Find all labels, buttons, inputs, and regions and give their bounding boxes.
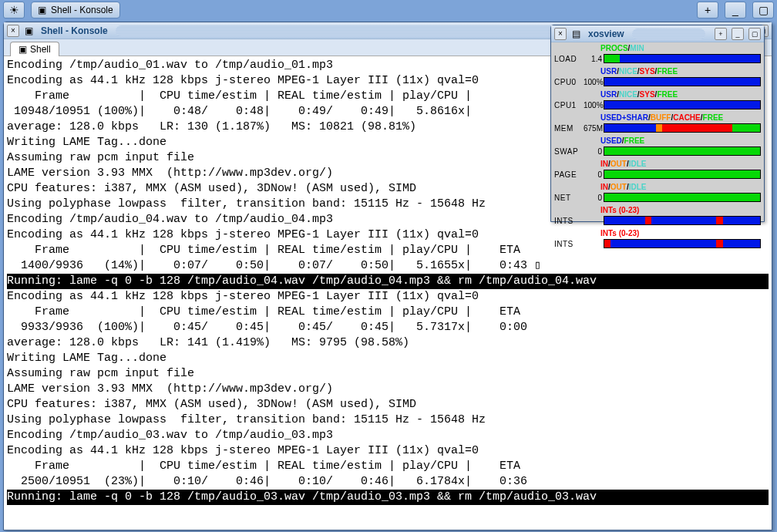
close-icon[interactable]: × xyxy=(554,28,567,40)
xosview-row-value: 1.4 xyxy=(584,55,602,63)
xosview-row-label: MEM xyxy=(554,124,584,133)
xosview-row-label: CPU1 xyxy=(554,101,584,109)
tab-label: Shell xyxy=(30,44,51,55)
taskbar: ☀ ▣ Shell - Konsole + _ ▢ xyxy=(0,0,777,20)
xosview-bar xyxy=(604,239,761,248)
xosview-row: INTS xyxy=(554,238,761,249)
xosview-bar xyxy=(604,123,761,133)
terminal-line: Assuming raw pcm input file xyxy=(7,366,769,382)
terminal-line: Running: lame -q 0 -b 128 /tmp/audio_03.… xyxy=(7,490,769,505)
xosview-row-label: NET xyxy=(554,194,584,202)
xosview-row: NET0 xyxy=(554,192,761,203)
xosview-legend: USR/NICE/SYS/FREE xyxy=(600,90,761,99)
tab-shell[interactable]: ▣ Shell xyxy=(10,42,59,56)
extra-button-icon[interactable]: + xyxy=(715,28,727,40)
xosview-legend: USED+SHAR/BUFF/CACHE/FREE xyxy=(600,113,761,122)
terminal-line: CPU features: i387, MMX (ASM used), 3DNo… xyxy=(7,397,769,412)
xosview-row: CPU1100% xyxy=(554,99,761,110)
terminal-icon: ▣ xyxy=(22,25,35,37)
xosview-row-label: LOAD xyxy=(554,55,584,63)
xosview-row-label: INTS xyxy=(554,217,584,225)
xosview-legend: INTs (0-23) xyxy=(600,229,761,237)
xosview-legend: IN/OUT/IDLE xyxy=(600,183,761,191)
xosview-legend: USR/NICE/SYS/FREE xyxy=(600,67,761,76)
taskbar-tray-maximize-icon[interactable]: ▢ xyxy=(752,2,774,19)
konsole-title: Shell - Konsole xyxy=(41,25,108,36)
taskbar-tray-add-icon[interactable]: + xyxy=(697,2,718,19)
xosview-row-value: 675M xyxy=(584,124,602,133)
close-icon[interactable]: × xyxy=(7,25,19,37)
xosview-row-label: INTS xyxy=(554,240,584,248)
xosview-bar xyxy=(604,170,761,179)
xosview-row-value: 0 xyxy=(584,194,602,202)
taskbar-entry-konsole[interactable]: ▣ Shell - Konsole xyxy=(31,2,120,19)
xosview-row-label: SWAP xyxy=(554,147,584,156)
xosview-body: PROCS/MINLOAD1.4USR/NICE/SYS/FREECPU0100… xyxy=(551,42,764,221)
terminal-line: 1400/9936 (14%)| 0:07/ 0:50| 0:07/ 0:50|… xyxy=(7,258,769,274)
xosview-row-value: 100% xyxy=(584,101,602,109)
xosview-row: CPU0100% xyxy=(554,76,761,87)
xosview-titlebar[interactable]: × ▤ xosview + _ ▢ xyxy=(551,25,764,42)
terminal-line: Using polyphase lowpass filter, transiti… xyxy=(7,412,769,428)
taskbar-tray-minimize-icon[interactable]: _ xyxy=(725,2,746,19)
terminal-line: 2500/10951 (23%)| 0:10/ 0:46| 0:10/ 0:46… xyxy=(7,474,769,490)
xosview-row-label: CPU0 xyxy=(554,78,584,86)
taskbar-launcher-icon[interactable]: ☀ xyxy=(3,2,25,19)
xosview-row: INTS xyxy=(554,215,761,226)
terminal-icon: ▣ xyxy=(38,5,46,15)
xosview-title: xosview xyxy=(588,29,624,39)
xosview-row-label: PAGE xyxy=(554,170,584,179)
terminal-line: Encoding /tmp/audio_03.wav to /tmp/audio… xyxy=(7,428,769,443)
xosview-bar xyxy=(604,77,761,86)
xosview-legend: PROCS/MIN xyxy=(600,44,761,52)
xosview-bar xyxy=(604,216,761,225)
chart-icon: ▤ xyxy=(570,28,582,40)
xosview-legend: INTs (0-23) xyxy=(600,206,761,214)
terminal-line: LAME version 3.93 MMX (http://www.mp3dev… xyxy=(7,382,769,397)
maximize-icon[interactable]: ▢ xyxy=(748,28,761,40)
xosview-row-value: 0 xyxy=(584,170,602,179)
terminal-icon: ▣ xyxy=(18,44,27,55)
xosview-row: SWAP0 xyxy=(554,146,761,157)
terminal-line: Frame | CPU time/estim | REAL time/estim… xyxy=(7,459,769,474)
xosview-legend: USED/FREE xyxy=(600,136,761,145)
taskbar-entry-label: Shell - Konsole xyxy=(51,5,113,15)
terminal-line: Encoding as 44.1 kHz 128 kbps j-stereo M… xyxy=(7,443,769,459)
terminal-line: Encoding as 44.1 kHz 128 kbps j-stereo M… xyxy=(7,289,769,305)
terminal-line: Running: lame -q 0 -b 128 /tmp/audio_04.… xyxy=(7,274,769,289)
xosview-bar xyxy=(604,193,761,202)
terminal-line: 9933/9936 (100%)| 0:45/ 0:45| 0:45/ 0:45… xyxy=(7,320,769,335)
xosview-row: MEM675M xyxy=(554,123,761,133)
xosview-row: LOAD1.4 xyxy=(554,53,761,64)
terminal-line: Frame | CPU time/estim | REAL time/estim… xyxy=(7,305,769,320)
xosview-row-value: 100% xyxy=(584,78,602,86)
terminal-line: Writing LAME Tag...done xyxy=(7,351,769,366)
terminal-line: average: 128.0 kbps LR: 141 (1.419%) MS:… xyxy=(7,335,769,351)
xosview-legend: IN/OUT/IDLE xyxy=(600,160,761,168)
xosview-bar xyxy=(604,146,761,156)
xosview-bar xyxy=(604,54,761,63)
xosview-window: × ▤ xosview + _ ▢ PROCS/MINLOAD1.4USR/NI… xyxy=(550,25,765,222)
xosview-row-value: 0 xyxy=(584,147,602,156)
xosview-row: PAGE0 xyxy=(554,169,761,180)
minimize-icon[interactable]: _ xyxy=(732,28,744,40)
xosview-bar xyxy=(604,100,761,109)
